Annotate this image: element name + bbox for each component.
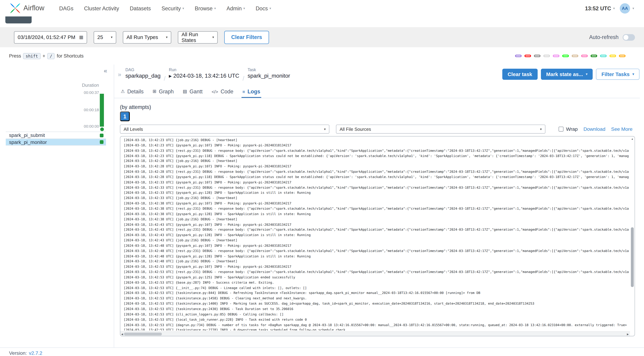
brand-name: Airflow [24,4,44,13]
scroll-right-icon[interactable]: ▶ [627,332,629,336]
duration-tick: 00:00:00 [84,124,99,128]
toggle-knob [624,35,628,40]
log-line: [2024-03-18, 13:42:53 UTC] {base.py:287}… [124,280,629,286]
avatar[interactable]: AA [620,3,630,14]
run-types-select[interactable]: All Run Types ▾ [123,31,171,44]
mark-state-button[interactable]: Mark state as... ▾ [541,69,593,80]
log-line: [2024-03-18, 13:42:28 UTC] {rest.py:231}… [124,169,629,175]
nav-item[interactable]: DAGs [59,5,74,11]
log-line: [2024-03-18, 13:42:33 UTC] {job.py:216} … [124,196,629,201]
log-line: [2024-03-18, 13:42:53 UTC] {pyspark_pi.p… [124,275,629,280]
chevron-down-icon: ▾ [166,35,168,39]
state-legend-badge [562,55,569,57]
chevron-down-icon: ▾ [182,6,184,10]
log-line: [2024-03-18, 13:42:23 UTC] {job.py:216} … [124,138,629,143]
state-legend-badge [619,55,626,57]
log-line: [2024-03-18, 13:42:53 UTC] {taskinstance… [124,291,629,296]
log-line: [2024-03-18, 13:42:48 UTC] {pyspark_pi.p… [124,254,629,259]
nav-item[interactable]: Cluster Activity [84,5,119,11]
log-line: [2024-03-18, 13:42:53 UTC] {cli_action_l… [124,312,629,317]
state-legend-badge [600,55,606,57]
filter-tasks-button[interactable]: Filter Tasks ▾ [596,69,640,80]
state-legend-badge [544,55,550,57]
clear-task-button[interactable]: Clear task [502,69,538,80]
log-line: [2024-03-18, 13:42:53 UTC] {taskinstance… [124,328,629,331]
log-line: [2024-03-18, 13:42:53 UTC] {pyspark_pi.p… [124,265,629,270]
chevron-down-icon: ▾ [613,6,615,10]
log-line: [2024-03-18, 13:42:23 UTC] {pyspark_pi.p… [124,143,629,148]
tab-icon: ⊞ [153,89,156,94]
log-line: [2024-03-18, 13:42:43 UTC] {job.py:216} … [124,238,629,243]
state-legend-badge [515,55,522,57]
tab[interactable]: ≡ Logs [242,86,261,98]
duration-tick: 00:00:37 [84,90,99,95]
chevron-down-icon: ▾ [270,6,271,10]
state-legend-badge [610,55,616,57]
duration-tick: 00:00:18 [84,108,99,112]
tab[interactable]: ⚠ Details [120,86,144,98]
task-link[interactable]: spark_pi_monitor [248,72,290,80]
filter-bar: 03/18/2024, 01:52:47 PM ▦ 25 ▾ All Run T… [0,27,644,47]
chevron-down-icon: ▾ [111,35,112,39]
log-line: [2024-03-18, 13:42:33 UTC] {rest.py:231}… [124,185,629,191]
horizontal-scrollbar[interactable]: ◀ ▶ [120,331,630,336]
by-attempts-label: (by attempts) [120,104,151,110]
state-legend-badge [553,55,560,57]
airflow-pinwheel-icon [10,3,20,14]
run-states-select[interactable]: All Run States ▾ [178,31,218,44]
utc-clock[interactable]: 13:52 UTC [585,5,611,11]
vertical-scroll-thumb[interactable] [631,227,634,287]
run-state-dot[interactable] [100,127,104,131]
horizontal-scroll-thumb[interactable] [124,332,162,335]
vertical-scrollbar[interactable]: ▲ [630,136,634,331]
tab[interactable]: ⊞ Graph [152,86,174,98]
task-status-square[interactable] [100,133,104,137]
log-line: [2024-03-18, 13:42:23 UTC] {rest.py:231}… [124,148,629,153]
scroll-left-icon[interactable]: ◀ [121,332,123,336]
auto-refresh-group: Auto-refresh [589,34,635,41]
nav-item[interactable]: Datasets [130,5,151,11]
airflow-brand[interactable]: Airflow [10,3,44,14]
log-line: [2024-03-18, 13:42:28 UTC] {pyspark_pi.p… [124,164,629,169]
log-line: [2024-03-18, 13:42:53 UTC] {rest.py:231}… [124,270,629,275]
auto-refresh-toggle[interactable] [623,34,635,41]
collapse-sidebar-icon[interactable]: « [104,67,107,74]
shift-key: shift [23,53,40,59]
task-status-square[interactable] [100,140,104,144]
dag-link[interactable]: sparkapp_dag [126,72,160,80]
task-row[interactable]: spark_pi_submit [6,131,106,138]
tab[interactable]: </> Code [211,86,234,98]
wrap-toggle[interactable]: Wrap [558,126,578,132]
run-link[interactable]: ▶ 2024-03-18, 13:42:16 UTC [169,72,239,80]
nav-item[interactable]: Admin ▾ [226,5,245,11]
scroll-up-icon[interactable]: ▲ [630,137,634,141]
attempt-1-button[interactable]: 1 [120,111,130,121]
nav-item[interactable]: Security ▾ [162,5,184,11]
nav-item[interactable]: Browse ▾ [195,5,216,11]
chevron-down-icon: ▾ [212,35,214,39]
log-line: [2024-03-18, 13:42:53 UTC] {dagrun.py:73… [124,323,629,328]
log-line: [2024-03-18, 13:42:38 UTC] {rest.py:231}… [124,206,629,212]
clear-filters-button[interactable]: Clear Filters [224,31,269,44]
task-row[interactable]: spark_pi_monitor [6,138,106,145]
version-link[interactable]: v2.7.2 [29,350,42,356]
see-more-link[interactable]: See More [611,126,632,132]
run-duration-bar[interactable] [100,94,104,127]
log-levels-select[interactable]: All Levels ▾ [120,124,330,134]
file-sources-select[interactable]: All File Sources ▾ [336,124,545,134]
download-link[interactable]: Download [584,126,606,132]
wrap-checkbox[interactable] [558,127,564,131]
auto-refresh-label: Auto-refresh [589,34,618,40]
page-size-select[interactable]: 25 ▾ [94,31,116,44]
log-line: [2024-03-18, 13:42:53 UTC] {__init__.py:… [124,286,629,291]
log-line: [2024-03-18, 13:42:53 UTC] {taskinstance… [124,301,629,307]
tab[interactable]: ▤ Gantt [182,86,204,98]
log-line: [2024-03-18, 13:42:53 UTC] {taskinstance… [124,296,629,301]
navbar-right: 13:52 UTC ▾ AA ▾ [585,3,634,14]
details-panel: » DAG sparkapp_dag / Run ▶ 2024-03-18, 1… [114,65,640,347]
breadcrumb-run: Run ▶ 2024-03-18, 13:42:16 UTC [169,67,239,80]
log-line: [2024-03-18, 13:42:28 UTC] {pyspark_pi.p… [124,175,629,180]
nav-item[interactable]: Docs ▾ [256,5,271,11]
state-legend-badge [572,55,578,57]
base-date-input[interactable]: 03/18/2024, 01:52:47 PM ▦ [14,31,87,44]
